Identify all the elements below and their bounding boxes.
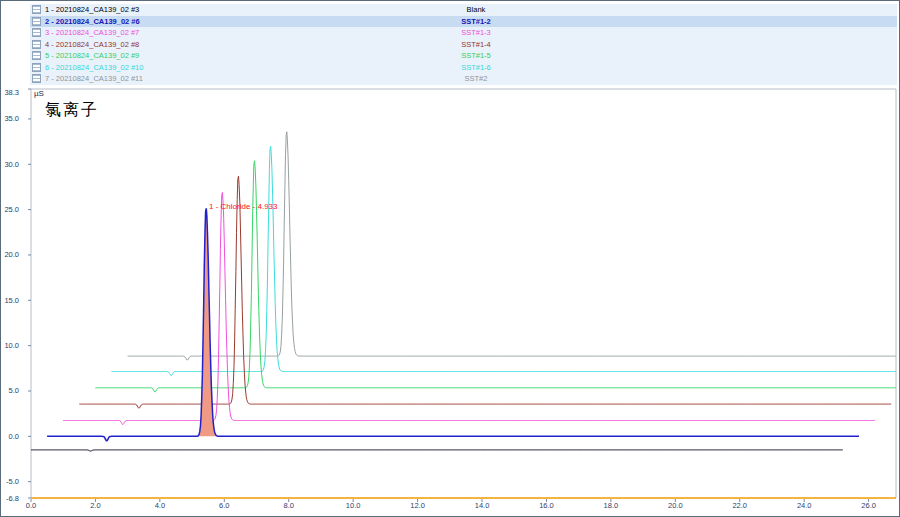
svg-text:8.0: 8.0	[284, 501, 294, 510]
svg-text:18.0: 18.0	[604, 501, 619, 510]
chromatogram-file-icon	[32, 5, 41, 14]
y-axis: 38.335.030.025.020.015.010.05.00.0-5.0-6…	[4, 88, 31, 503]
svg-text:25.0: 25.0	[4, 205, 19, 214]
chromatogram-file-icon	[32, 28, 41, 37]
svg-text:16.0: 16.0	[539, 501, 554, 510]
svg-text:-5.0: -5.0	[6, 477, 19, 486]
sample-type: Blank	[440, 5, 512, 14]
chromatogram-file-icon	[32, 63, 41, 72]
sample-type: SST#1-5	[440, 51, 512, 60]
legend-panel: 1 - 20210824_CA139_02 #3Blank2 - 2021082…	[30, 4, 897, 85]
svg-text:30.0: 30.0	[4, 160, 19, 169]
chromatogram-window: 1 - 20210824_CA139_02 #3Blank2 - 2021082…	[0, 0, 900, 517]
chromatogram-file-icon	[32, 51, 41, 60]
trace-SST#1-6[interactable]	[112, 146, 896, 375]
chromatogram-file-icon	[32, 17, 41, 26]
legend-row-1[interactable]: 1 - 20210824_CA139_02 #3Blank	[30, 4, 897, 16]
svg-text:35.0: 35.0	[4, 114, 19, 123]
svg-text:26.0: 26.0	[861, 501, 876, 510]
legend-row-4[interactable]: 4 - 20210824_CA139_02 #8SST#1-4	[30, 39, 897, 51]
svg-text:2.0: 2.0	[90, 501, 100, 510]
trace-SST#1-3[interactable]	[63, 193, 875, 425]
trace-Blank[interactable]	[31, 450, 843, 451]
trace-SST#1-5[interactable]	[95, 161, 895, 392]
x-axis: 0.02.04.06.08.010.012.014.016.018.020.02…	[26, 498, 896, 510]
trace-SST#1-2[interactable]	[47, 208, 859, 440]
chromatogram-plot[interactable]: 0.02.04.06.08.010.012.014.016.018.020.02…	[1, 86, 900, 517]
legend-row-5[interactable]: 5 - 20210824_CA139_02 #9SST#1-5	[30, 50, 897, 62]
legend-row-6[interactable]: 6 - 20210824_CA139_02 #10SST#1-6	[30, 62, 897, 74]
sample-type: SST#1-4	[440, 40, 512, 49]
svg-text:0.0: 0.0	[9, 432, 19, 441]
peak-label: 1 - Chloride - 4.933	[209, 202, 278, 211]
injection-name: 4 - 20210824_CA139_02 #8	[45, 40, 139, 49]
injection-name: 7 - 20210824_CA139_02 #11	[45, 74, 143, 83]
svg-text:10.0: 10.0	[4, 341, 19, 350]
svg-text:14.0: 14.0	[475, 501, 490, 510]
injection-name: 1 - 20210824_CA139_02 #3	[45, 5, 139, 14]
injection-name: 5 - 20210824_CA139_02 #9	[45, 51, 139, 60]
svg-text:0.0: 0.0	[26, 501, 36, 510]
svg-text:10.0: 10.0	[346, 501, 361, 510]
legend-row-7[interactable]: 7 - 20210824_CA139_02 #11SST#2	[30, 73, 897, 85]
chromatogram-file-icon	[32, 74, 41, 83]
svg-text:4.0: 4.0	[155, 501, 165, 510]
sample-type: SST#1-6	[440, 63, 512, 72]
sample-type: SST#2	[440, 74, 512, 83]
legend-row-2[interactable]: 2 - 20210824_CA139_02 #6SST#1-2	[30, 16, 897, 28]
injection-name: 6 - 20210824_CA139_02 #10	[45, 63, 143, 72]
chart-title: 氯离子	[45, 100, 99, 121]
svg-text:24.0: 24.0	[797, 501, 812, 510]
svg-text:5.0: 5.0	[9, 386, 19, 395]
svg-text:20.0: 20.0	[4, 250, 19, 259]
injection-name: 3 - 20210824_CA139_02 #7	[45, 28, 139, 37]
svg-text:15.0: 15.0	[4, 296, 19, 305]
svg-text:38.3: 38.3	[4, 88, 19, 97]
injection-name: 2 - 20210824_CA139_02 #6	[45, 17, 140, 26]
traces	[31, 132, 896, 451]
svg-text:22.0: 22.0	[732, 501, 747, 510]
y-axis-unit-label: µS	[34, 89, 44, 98]
svg-text:20.0: 20.0	[668, 501, 683, 510]
legend-row-3[interactable]: 3 - 20210824_CA139_02 #7SST#1-3	[30, 27, 897, 39]
chromatogram-file-icon	[32, 40, 41, 49]
sample-type: SST#1-2	[440, 17, 512, 26]
trace-SST#1-4[interactable]	[79, 176, 891, 408]
svg-text:-6.8: -6.8	[6, 494, 19, 503]
svg-text:12.0: 12.0	[410, 501, 425, 510]
sample-type: SST#1-3	[440, 28, 512, 37]
svg-text:6.0: 6.0	[219, 501, 229, 510]
chart-area: 0.02.04.06.08.010.012.014.016.018.020.02…	[1, 86, 900, 517]
